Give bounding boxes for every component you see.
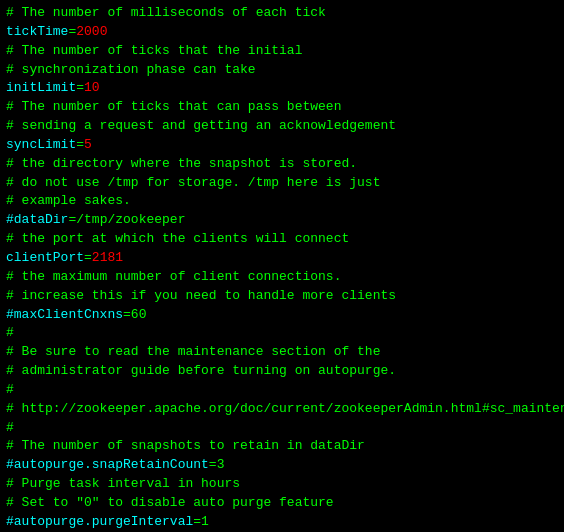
terminal-line: # Purge task interval in hours — [6, 475, 558, 494]
terminal-line: # synchronization phase can take — [6, 61, 558, 80]
terminal-line: # the directory where the snapshot is st… — [6, 155, 558, 174]
terminal-line: # the port at which the clients will con… — [6, 230, 558, 249]
config-value: 3 — [217, 457, 225, 472]
terminal-line: # Set to "0" to disable auto purge featu… — [6, 494, 558, 513]
config-key: tickTime — [6, 24, 68, 39]
config-key: clientPort — [6, 250, 84, 265]
config-key: initLimit — [6, 80, 76, 95]
terminal-line: # The number of snapshots to retain in d… — [6, 437, 558, 456]
terminal-line: # sending a request and getting an ackno… — [6, 117, 558, 136]
terminal-line: # example sakes. — [6, 192, 558, 211]
terminal-line: # The number of ticks that can pass betw… — [6, 98, 558, 117]
terminal-line: tickTime=2000 — [6, 23, 558, 42]
config-value: 5 — [84, 137, 92, 152]
terminal-line: # administrator guide before turning on … — [6, 362, 558, 381]
terminal-line: # — [6, 324, 558, 343]
terminal-line: # The number of milliseconds of each tic… — [6, 4, 558, 23]
terminal-line: #dataDir=/tmp/zookeeper — [6, 211, 558, 230]
terminal-line: # the maximum number of client connectio… — [6, 268, 558, 287]
config-key: #autopurge.snapRetainCount — [6, 457, 209, 472]
terminal-line: # — [6, 419, 558, 438]
terminal-line: # Be sure to read the maintenance sectio… — [6, 343, 558, 362]
config-key: syncLimit — [6, 137, 76, 152]
config-value: 2000 — [76, 24, 107, 39]
config-value: 1 — [201, 514, 209, 529]
config-value: 2181 — [92, 250, 123, 265]
config-value: 60 — [131, 307, 147, 322]
config-key: #maxClientCnxns — [6, 307, 123, 322]
config-value: /tmp/zookeeper — [76, 212, 185, 227]
config-key: #autopurge.purgeInterval — [6, 514, 193, 529]
terminal-line: clientPort=2181 — [6, 249, 558, 268]
terminal-line: #maxClientCnxns=60 — [6, 306, 558, 325]
terminal-line: # do not use /tmp for storage. /tmp here… — [6, 174, 558, 193]
terminal-line: # The number of ticks that the initial — [6, 42, 558, 61]
terminal-window: # The number of milliseconds of each tic… — [0, 0, 564, 532]
terminal-line: #autopurge.purgeInterval=1 — [6, 513, 558, 532]
terminal-line: # increase this if you need to handle mo… — [6, 287, 558, 306]
terminal-content: # The number of milliseconds of each tic… — [6, 4, 558, 532]
config-key: #dataDir — [6, 212, 68, 227]
config-value: 10 — [84, 80, 100, 95]
terminal-line: # http://zookeeper.apache.org/doc/curren… — [6, 400, 558, 419]
terminal-line: initLimit=10 — [6, 79, 558, 98]
terminal-line: # — [6, 381, 558, 400]
terminal-line: syncLimit=5 — [6, 136, 558, 155]
terminal-line: #autopurge.snapRetainCount=3 — [6, 456, 558, 475]
